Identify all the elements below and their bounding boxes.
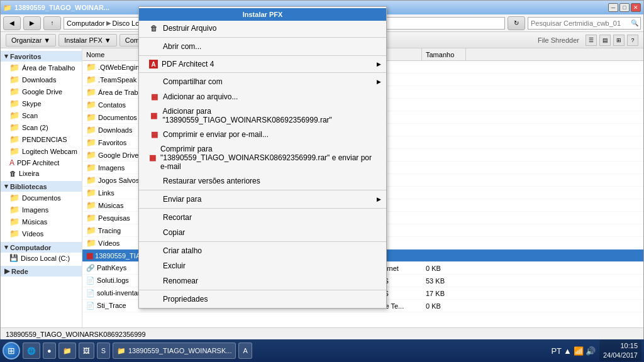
taskbar-ie[interactable]: 🌐 xyxy=(23,343,40,359)
computer-section: ▾ Computador 💾 Disco Local (C:) xyxy=(1,242,82,263)
scan-label: Scan xyxy=(22,112,38,119)
title-bar-left: 📁 13890559_TIAGO_WOINAR... xyxy=(3,4,109,12)
ctx-sep4 xyxy=(139,190,386,190)
clock[interactable]: 10:15 24/04/2017 xyxy=(599,340,641,362)
forward-button[interactable]: ▶ xyxy=(23,16,41,30)
start-button[interactable]: ⊞ xyxy=(3,342,20,359)
pdf-label: PDF Architect xyxy=(17,159,59,167)
file-size: 53 KB xyxy=(422,277,466,285)
sidebar-item-skype[interactable]: 📁 Skype xyxy=(1,97,82,109)
context-menu: Instalar PFX 🗑 Destruir Arquivo Abrir co… xyxy=(138,6,387,309)
ctx-copiar-label: Copiar xyxy=(163,228,185,237)
file-size: 17 KB xyxy=(422,289,466,298)
disco-icon: 💾 xyxy=(9,254,18,262)
taskbar-img[interactable]: 🖼 xyxy=(79,343,94,359)
sidebar-item-imagens[interactable]: 📁 Imagens xyxy=(1,204,82,216)
taskbar: ⊞ 🌐 ● 📁 🖼 S 📁 13890559_TIAGO_WOINARSK...… xyxy=(0,339,644,362)
documentos-icon: 📁 xyxy=(9,193,19,202)
organize-button[interactable]: Organizar ▼ xyxy=(6,34,56,47)
ctx-pdf[interactable]: A PDF Architect 4 xyxy=(139,57,386,71)
view-btn-details[interactable]: ▤ xyxy=(599,35,611,46)
sidebar-item-pendencias[interactable]: 📁 PENDENCIAS xyxy=(1,133,82,145)
ctx-copiar[interactable]: Copiar xyxy=(139,225,386,240)
favorites-section: ▾ Favoritos 📁 Área de Trabalho 📁 Downloa… xyxy=(1,51,82,178)
ctx-renomear[interactable]: Renomear xyxy=(139,273,386,288)
network-chevron: ▶ xyxy=(4,267,9,275)
file-size: 0 KB xyxy=(422,302,466,310)
taskbar-explorer[interactable]: 📁 13890559_TIAGO_WOINARSK... xyxy=(113,343,236,359)
close-button[interactable]: ✕ xyxy=(631,3,641,12)
pdf-ctx-icon: A xyxy=(149,60,158,69)
status-bar: 13890559_TIAGO_WOINARSK08692356999 xyxy=(1,327,643,340)
minimize-button[interactable]: ─ xyxy=(608,3,618,12)
taskbar-chrome[interactable]: ● xyxy=(43,343,56,359)
clock-date: 24/04/2017 xyxy=(603,351,638,360)
ctx-propriedades[interactable]: Propriedades xyxy=(139,292,386,307)
title-bar-controls: ─ □ ✕ xyxy=(608,3,641,12)
help-button[interactable]: ? xyxy=(627,35,638,46)
ctx-excluir[interactable]: Excluir xyxy=(139,258,386,273)
tray-chevron[interactable]: ▲ xyxy=(564,346,572,356)
computer-header[interactable]: ▾ Computador xyxy=(1,242,82,253)
instalar-pfx-button[interactable]: Instalar PFX ▼ xyxy=(58,34,116,47)
sidebar-item-scan2[interactable]: 📁 Scan (2) xyxy=(1,121,82,133)
view-btn-list[interactable]: ☰ xyxy=(586,35,597,46)
trash-icon: 🗑 xyxy=(9,170,16,177)
clock-time: 10:15 xyxy=(603,341,638,351)
sidebar-item-desktop[interactable]: 📁 Área de Trabalho xyxy=(1,62,82,74)
file-size xyxy=(422,129,466,131)
libraries-header[interactable]: ▾ Bibliotecas xyxy=(1,181,82,192)
ctx-enviar-label: Enviar para xyxy=(163,195,201,204)
sidebar-item-logitech[interactable]: 📁 Logitech Webcam xyxy=(1,145,82,157)
sidebar-item-trash[interactable]: 🗑 Lixeira xyxy=(1,168,82,178)
ctx-comprimir-email[interactable]: ▦ Comprimir e enviar por e-mail... xyxy=(139,127,386,142)
taskbar-explorer-pin[interactable]: 📁 xyxy=(58,343,76,359)
ctx-adicionar[interactable]: ▦ Adicionar ao arquivo... xyxy=(139,89,386,104)
path-computador: Computador xyxy=(67,19,105,27)
file-size xyxy=(422,155,466,156)
recortar-icon xyxy=(149,212,159,222)
sidebar-item-gdrive[interactable]: 📁 Google Drive xyxy=(1,85,82,97)
ctx-adicionar-nome[interactable]: ▦ Adicionar para "13890559_TIAGO_WOINARS… xyxy=(139,104,386,127)
sidebar-item-documentos[interactable]: 📁 Documentos xyxy=(1,192,82,204)
libraries-chevron: ▾ xyxy=(4,182,8,190)
sidebar-item-videos[interactable]: 📁 Vídeos xyxy=(1,228,82,239)
taskbar-skype[interactable]: S xyxy=(97,343,110,359)
col-header-size[interactable]: Tamanho xyxy=(422,48,466,60)
ctx-sep7 xyxy=(139,290,386,290)
desktop-label: Área de Trabalho xyxy=(22,64,75,72)
ctx-enviar[interactable]: Enviar para xyxy=(139,192,386,207)
scan2-label: Scan (2) xyxy=(22,124,48,131)
ctx-excluir-label: Excluir xyxy=(163,261,186,270)
abrir-icon xyxy=(149,41,159,52)
network-header[interactable]: ▶ Rede xyxy=(1,266,82,277)
search-input[interactable] xyxy=(528,17,641,30)
sidebar-item-disco[interactable]: 💾 Disco Local (C:) xyxy=(1,253,82,263)
sidebar-item-scan[interactable]: 📁 Scan xyxy=(1,109,82,121)
ctx-atalho[interactable]: Criar atalho xyxy=(139,243,386,258)
restaurar-icon xyxy=(149,176,159,186)
ctx-recortar[interactable]: Recortar xyxy=(139,210,386,225)
favorites-label: Favoritos xyxy=(10,53,42,60)
file-size xyxy=(422,180,466,181)
ctx-abrir[interactable]: Abrir com... xyxy=(139,39,386,54)
scan2-icon: 📁 xyxy=(9,123,19,132)
up-button[interactable]: ↑ xyxy=(43,16,61,30)
ctx-destruir[interactable]: 🗑 Destruir Arquivo xyxy=(139,21,386,36)
tray-network: 📶 xyxy=(574,346,584,356)
sidebar-item-downloads[interactable]: 📁 Downloads xyxy=(1,74,82,85)
taskbar-acrobat[interactable]: A xyxy=(238,343,252,359)
ctx-restaurar[interactable]: Restaurar versões anteriores xyxy=(139,173,386,189)
gdrive-icon: 📁 xyxy=(9,87,19,96)
tray-icons: PT ▲ 📶 🔊 xyxy=(551,346,596,356)
view-btn-icons[interactable]: ⊞ xyxy=(613,35,625,46)
restore-button[interactable]: □ xyxy=(619,3,630,12)
ctx-comprimir-nome-email[interactable]: ▦ Comprimir para "13890559_TIAGO_WOINARS… xyxy=(139,142,386,173)
refresh-button[interactable]: ↻ xyxy=(508,16,525,30)
back-button[interactable]: ◀ xyxy=(3,16,21,30)
favorites-header[interactable]: ▾ Favoritos xyxy=(1,51,82,62)
sidebar-item-pdf[interactable]: A PDF Architect xyxy=(1,157,82,168)
ctx-renomear-label: Renomear xyxy=(163,277,198,285)
sidebar-item-musicas[interactable]: 📁 Músicas xyxy=(1,216,82,228)
ctx-compartilhar[interactable]: Compartilhar com xyxy=(139,74,386,89)
